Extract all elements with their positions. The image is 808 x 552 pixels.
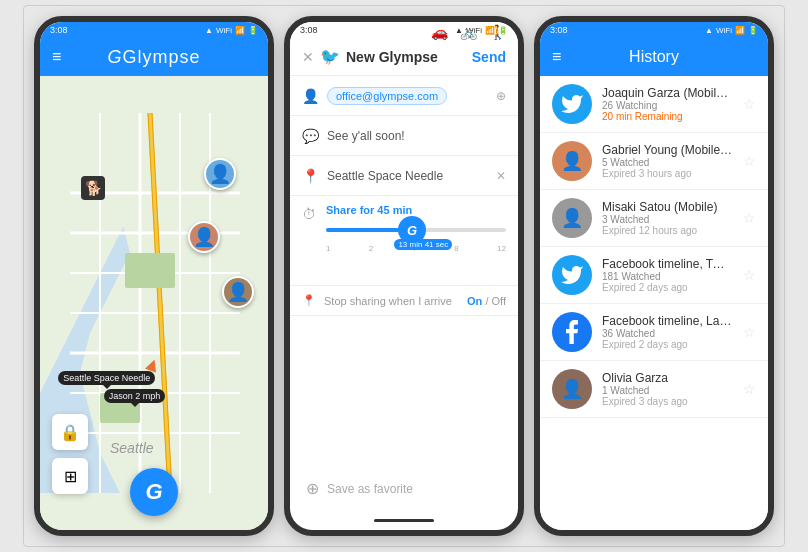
- avatar-joaquin: [552, 84, 592, 124]
- map-overlay: 👤 👤 👤 🐕 Seattle Space Needle Jason 2 mph…: [40, 76, 268, 530]
- home-indicator-2: [374, 519, 434, 522]
- slider-thumb-label: G: [407, 223, 417, 238]
- space-needle-label: Seattle Space Needle: [58, 371, 155, 385]
- duration-value[interactable]: 45 min: [377, 204, 412, 216]
- avatar-misaki: 👤: [552, 198, 592, 238]
- duration-row: ⏱ Share for 45 min G 13 min 41 sec 1: [290, 196, 518, 286]
- phone-new-glympse: 3:08 ▲ WiFi 📶 🔋 ✕ 🐦 New Glympse Send 👤 o…: [284, 16, 524, 536]
- gabriel-name: Gabriel Young (Mobile), May...: [602, 143, 733, 157]
- location-icon: 📍: [302, 168, 319, 184]
- glympse-fab[interactable]: G: [130, 468, 178, 516]
- history-item-fb-lawrence[interactable]: Facebook timeline, Lawrenc... 36 Watched…: [540, 304, 768, 361]
- slider-container[interactable]: G 13 min 41 sec 1 2 4 8 12: [326, 228, 506, 253]
- avatar-pin-2: 👤: [188, 221, 220, 253]
- star-fb-twitter[interactable]: ☆: [743, 267, 756, 283]
- phone-map: 3:08 ▲ WiFi 📶 🔋 ≡ GGlympse: [34, 16, 274, 536]
- fb-lawrence-count: 36 Watched: [602, 328, 733, 339]
- walk-icon[interactable]: 🚶: [489, 24, 506, 40]
- fb-lawrence-time: Expired 2 days ago: [602, 339, 733, 350]
- dog-icon: 🐕: [81, 176, 105, 200]
- olivia-name: Olivia Garza: [602, 371, 733, 385]
- history-item-misaki[interactable]: 👤 Misaki Satou (Mobile) 3 Watched Expire…: [540, 190, 768, 247]
- car-icon[interactable]: 🚗: [431, 24, 448, 40]
- gabriel-count: 5 Watched: [602, 157, 733, 168]
- fb-twitter-name: Facebook timeline, Twitter ti...: [602, 257, 733, 271]
- message-field-row[interactable]: 💬 See y'all soon!: [290, 116, 518, 156]
- history-item-olivia[interactable]: 👤 Olivia Garza 1 Watched Expired 3 days …: [540, 361, 768, 418]
- misaki-count: 3 Watched: [602, 214, 733, 225]
- stop-sharing-label: Stop sharing when I arrive: [324, 295, 452, 307]
- history-item-gabriel[interactable]: 👤 Gabriel Young (Mobile), May... 5 Watch…: [540, 133, 768, 190]
- history-hamburger-icon[interactable]: ≡: [552, 48, 561, 66]
- avatar-pin-3: 👤: [222, 276, 254, 308]
- star-olivia[interactable]: ☆: [743, 381, 756, 397]
- status-time-1: 3:08: [50, 25, 68, 35]
- history-info-misaki: Misaki Satou (Mobile) 3 Watched Expired …: [602, 200, 733, 236]
- star-fb-lawrence[interactable]: ☆: [743, 324, 756, 340]
- chat-icon: 💬: [302, 128, 319, 144]
- toggle-off-label: / Off: [485, 295, 506, 307]
- location-field-row[interactable]: 📍 Seattle Space Needle ✕: [290, 156, 518, 196]
- glympse-bird-icon: 🐦: [320, 47, 340, 66]
- history-header: ≡ History: [540, 38, 768, 76]
- slider-fill: [326, 228, 407, 232]
- joaquin-time: 20 min Remaining: [602, 111, 733, 122]
- to-field-content[interactable]: office@glympse.com: [327, 87, 488, 105]
- avatar-pin-1: 👤: [204, 158, 236, 190]
- lock-button[interactable]: 🔒: [52, 414, 88, 450]
- clear-to-icon[interactable]: ⊕: [496, 89, 506, 103]
- status-time-2: 3:08: [300, 25, 318, 35]
- history-info-joaquin: Joaquin Garza (Mobile), Kell.... 26 Watc…: [602, 86, 733, 122]
- joaquin-count: 26 Watching: [602, 100, 733, 111]
- clock-icon: ⏱: [302, 206, 318, 222]
- history-item-fb-twitter[interactable]: Facebook timeline, Twitter ti... 181 Wat…: [540, 247, 768, 304]
- message-content[interactable]: See y'all soon!: [327, 129, 506, 143]
- new-glympse-header: ✕ 🐦 New Glympse Send: [290, 38, 518, 76]
- phone-history: 3:08 ▲ WiFi 📶 🔋 ≡ History Joaquin Garza …: [534, 16, 774, 536]
- save-favorite-label: Save as favorite: [327, 482, 413, 496]
- history-list: Joaquin Garza (Mobile), Kell.... 26 Watc…: [540, 76, 768, 530]
- location-content[interactable]: Seattle Space Needle: [327, 169, 488, 183]
- toggle-switch[interactable]: On / Off: [467, 295, 506, 307]
- status-icons-1: ▲ WiFi 📶 🔋: [205, 26, 258, 35]
- stop-sharing-row: 📍 Stop sharing when I arrive On / Off: [290, 286, 518, 316]
- new-glympse-title: New Glympse: [346, 49, 438, 65]
- star-gabriel[interactable]: ☆: [743, 153, 756, 169]
- toggle-on-label: On: [467, 295, 482, 307]
- arrive-icon: 📍: [302, 294, 316, 307]
- history-info-fb-lawrence: Facebook timeline, Lawrenc... 36 Watched…: [602, 314, 733, 350]
- olivia-count: 1 Watched: [602, 385, 733, 396]
- history-title: History: [629, 48, 679, 66]
- clear-location-icon[interactable]: ✕: [496, 169, 506, 183]
- misaki-time: Expired 12 hours ago: [602, 225, 733, 236]
- map-header: ≡ GGlympse: [40, 38, 268, 76]
- slider-time-label: 13 min 41 sec: [394, 239, 452, 250]
- history-info-olivia: Olivia Garza 1 Watched Expired 3 days ag…: [602, 371, 733, 407]
- fb-twitter-count: 181 Watched: [602, 271, 733, 282]
- transport-icons: 🚗 🚲 🚶: [431, 24, 506, 40]
- close-button[interactable]: ✕: [302, 49, 314, 65]
- history-info-gabriel: Gabriel Young (Mobile), May... 5 Watched…: [602, 143, 733, 179]
- header-left: ✕ 🐦 New Glympse: [302, 47, 438, 66]
- email-chip[interactable]: office@glympse.com: [327, 87, 447, 105]
- avatar-olivia: 👤: [552, 369, 592, 409]
- star-joaquin[interactable]: ☆: [743, 96, 756, 112]
- plus-icon: ⊕: [306, 479, 319, 498]
- layers-button[interactable]: ⊞: [52, 458, 88, 494]
- history-info-fb-twitter: Facebook timeline, Twitter ti... 181 Wat…: [602, 257, 733, 293]
- star-misaki[interactable]: ☆: [743, 210, 756, 226]
- person-icon: 👤: [302, 88, 319, 104]
- status-icons-3: ▲ WiFi 📶 🔋: [705, 26, 758, 35]
- send-button[interactable]: Send: [472, 49, 506, 65]
- gabriel-time: Expired 3 hours ago: [602, 168, 733, 179]
- bike-icon[interactable]: 🚲: [460, 24, 477, 40]
- history-item-joaquin[interactable]: Joaquin Garza (Mobile), Kell.... 26 Watc…: [540, 76, 768, 133]
- avatar-gabriel: 👤: [552, 141, 592, 181]
- status-bar-3: 3:08 ▲ WiFi 📶 🔋: [540, 22, 768, 38]
- hamburger-icon[interactable]: ≡: [52, 48, 61, 66]
- map-view[interactable]: Seattle 👤 👤 👤 🐕 Seattle Space Needle Jas: [40, 76, 268, 530]
- misaki-name: Misaki Satou (Mobile): [602, 200, 733, 214]
- status-bar-1: 3:08 ▲ WiFi 📶 🔋: [40, 22, 268, 38]
- save-favorite-row[interactable]: ⊕ Save as favorite: [290, 467, 429, 510]
- joaquin-name: Joaquin Garza (Mobile), Kell....: [602, 86, 733, 100]
